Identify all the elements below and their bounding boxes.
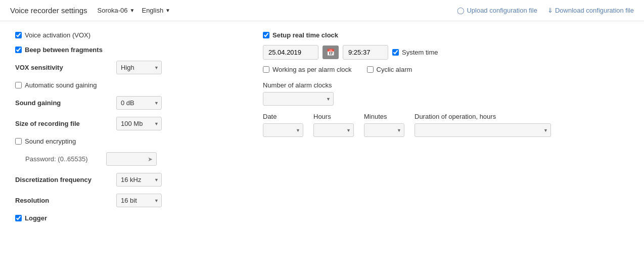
download-label: Download configuration file: [555, 7, 634, 14]
calendar-button[interactable]: 📅: [323, 45, 339, 59]
alarm-clock-text: Working as per alarm clock: [272, 66, 352, 73]
vox-select-wrapper: High Medium Low: [116, 61, 162, 74]
cyclic-alarm-text: Cyclic alarm: [377, 66, 412, 73]
upload-config-button[interactable]: ◯ Upload configuration file: [457, 7, 537, 14]
minutes-col-header: Minutes: [364, 113, 404, 120]
language-arrow-icon: ▼: [165, 8, 170, 13]
size-label: Size of recording file: [15, 120, 116, 127]
auto-sound-checkbox[interactable]: [15, 82, 22, 88]
password-arrow-icon[interactable]: ➤: [148, 156, 153, 163]
rtc-section: Setup real time clock 📅 System time Work…: [263, 31, 629, 137]
logger-checkbox-label[interactable]: Logger: [15, 214, 47, 222]
logger-checkbox[interactable]: [15, 215, 22, 221]
cyclic-alarm-label[interactable]: Cyclic alarm: [367, 66, 412, 73]
alarm-table-header: Date Hours Minutes Duration of operation…: [263, 113, 629, 120]
sound-encrypting-checkbox-label[interactable]: Sound encrypting: [15, 137, 76, 145]
sound-gaining-select-wrapper: 0 dB 3 dB 6 dB: [116, 96, 162, 110]
header: Voice recorder settings Soroka-06 ▼ Engl…: [0, 0, 644, 21]
language-label: English: [142, 7, 163, 14]
alarm-count-select-wrapper: 1 2 3: [263, 92, 334, 106]
voice-activation-row: Voice activation (VOX): [15, 31, 243, 39]
resolution-row: Resolution 16 bit 8 bit: [15, 194, 243, 207]
alarm-duration-select-wrapper: [415, 123, 551, 137]
size-select[interactable]: 100 Mb 200 Mb 500 Mb: [116, 117, 162, 130]
cyclic-alarm-checkbox[interactable]: [367, 66, 374, 73]
size-select-wrapper: 100 Mb 200 Mb 500 Mb: [116, 117, 162, 130]
alarm-date-select[interactable]: [263, 123, 303, 137]
voice-activation-label: Voice activation (VOX): [25, 31, 90, 39]
alarm-hours-select[interactable]: [313, 123, 354, 137]
beep-checkbox-label[interactable]: Beep between fragments: [15, 46, 103, 54]
rtc-label: Setup real time clock: [272, 31, 338, 39]
alarm-duration-select[interactable]: [415, 123, 551, 137]
header-actions: ◯ Upload configuration file ⇓ Download c…: [457, 7, 634, 14]
upload-label: Upload configuration file: [467, 7, 537, 14]
system-time-text: System time: [402, 49, 438, 56]
alarm-table-row: [263, 123, 629, 137]
upload-icon: ◯: [457, 7, 465, 14]
alarm-minutes-select-wrapper: [364, 123, 404, 137]
resolution-label: Resolution: [15, 197, 116, 204]
download-config-button[interactable]: ⇓ Download configuration file: [547, 7, 634, 14]
sound-encrypting-label: Sound encrypting: [25, 137, 76, 145]
resolution-select-wrapper: 16 bit 8 bit: [116, 194, 162, 207]
auto-sound-label: Automatic sound gaining: [25, 81, 97, 89]
time-input[interactable]: [343, 45, 388, 60]
sound-gaining-label: Sound gaining: [15, 99, 116, 107]
vox-sensitivity-select[interactable]: High Medium Low: [116, 61, 162, 74]
freq-select[interactable]: 16 kHz 8 kHz 32 kHz: [116, 173, 162, 187]
sound-encrypting-row: Sound encrypting: [15, 137, 243, 145]
beep-label: Beep between fragments: [25, 46, 103, 54]
rtc-checkbox[interactable]: [263, 32, 269, 38]
auto-sound-row: Automatic sound gaining: [15, 81, 243, 89]
password-label: Password: (0..65535): [25, 155, 106, 163]
sound-encrypting-checkbox[interactable]: [15, 138, 22, 145]
language-selector[interactable]: English ▼: [142, 7, 170, 14]
right-panel: Setup real time clock 📅 System time Work…: [263, 31, 629, 229]
date-input[interactable]: [263, 45, 318, 60]
alarm-hours-select-wrapper: [313, 123, 354, 137]
size-row: Size of recording file 100 Mb 200 Mb 500…: [15, 117, 243, 130]
freq-label: Discretization frequency: [15, 176, 116, 183]
freq-select-wrapper: 16 kHz 8 kHz 32 kHz: [116, 173, 162, 187]
main-content: Voice activation (VOX) Beep between frag…: [0, 21, 644, 239]
device-arrow-icon: ▼: [130, 8, 135, 13]
voice-activation-checkbox[interactable]: [15, 32, 22, 38]
beep-row: Beep between fragments: [15, 46, 243, 54]
rtc-inputs: 📅 System time: [263, 45, 629, 60]
sound-gaining-select[interactable]: 0 dB 3 dB 6 dB: [116, 96, 162, 110]
logger-row: Logger: [15, 214, 243, 222]
hours-col-header: Hours: [313, 113, 354, 120]
vox-sensitivity-row: VOX sensitivity High Medium Low: [15, 61, 243, 74]
beep-checkbox[interactable]: [15, 47, 22, 53]
alarm-count-section: Number of alarm clocks 1 2 3: [263, 81, 629, 106]
date-col-header: Date: [263, 113, 303, 120]
vox-sensitivity-label: VOX sensitivity: [15, 64, 116, 71]
sound-gaining-row: Sound gaining 0 dB 3 dB 6 dB: [15, 96, 243, 110]
alarm-count-select[interactable]: 1 2 3: [263, 92, 334, 106]
alarm-date-select-wrapper: [263, 123, 303, 137]
left-panel: Voice activation (VOX) Beep between frag…: [15, 31, 243, 229]
alarm-minutes-select[interactable]: [364, 123, 404, 137]
password-row: Password: (0..65535) ➤: [25, 152, 243, 166]
device-selector[interactable]: Soroka-06 ▼: [98, 7, 135, 14]
device-label: Soroka-06: [98, 7, 128, 14]
system-time-label[interactable]: System time: [392, 49, 438, 56]
app-title: Voice recorder settings: [10, 6, 87, 15]
resolution-select[interactable]: 16 bit 8 bit: [116, 194, 162, 207]
alarm-clock-checkbox[interactable]: [263, 66, 269, 73]
alarm-count-label: Number of alarm clocks: [263, 81, 629, 89]
voice-activation-checkbox-label[interactable]: Voice activation (VOX): [15, 31, 90, 39]
duration-col-header: Duration of operation, hours: [415, 113, 551, 120]
download-icon: ⇓: [547, 7, 553, 14]
password-input-wrapper: ➤: [106, 152, 157, 166]
alarm-row: Working as per alarm clock Cyclic alarm: [263, 66, 629, 73]
rtc-header: Setup real time clock: [263, 31, 629, 39]
logger-label: Logger: [25, 214, 47, 222]
system-time-checkbox[interactable]: [392, 49, 399, 56]
auto-sound-checkbox-label[interactable]: Automatic sound gaining: [15, 81, 97, 89]
freq-row: Discretization frequency 16 kHz 8 kHz 32…: [15, 173, 243, 187]
alarm-clock-label[interactable]: Working as per alarm clock: [263, 66, 352, 73]
